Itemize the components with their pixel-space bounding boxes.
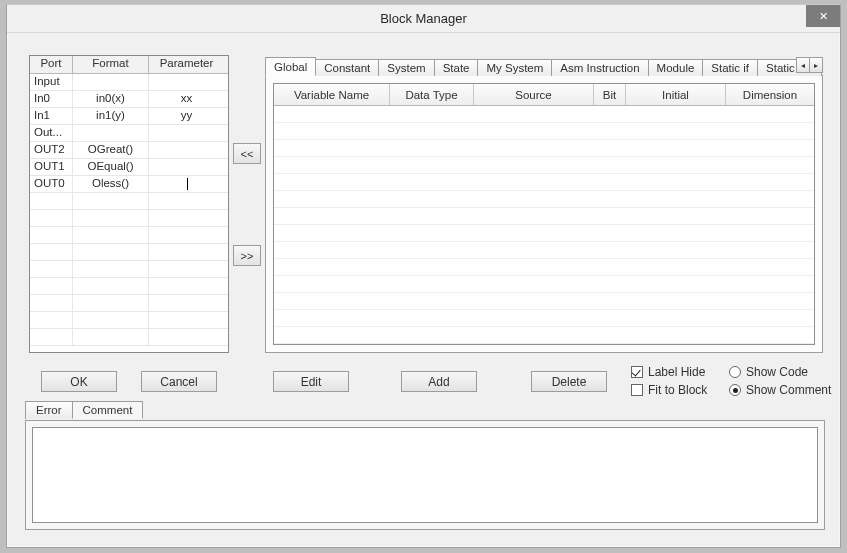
delete-button[interactable]: Delete [531,371,607,392]
port-row[interactable]: Out... [30,125,228,142]
tab-scroll-right[interactable]: ▸ [809,57,823,73]
port-cell-parameter [149,142,224,158]
port-row[interactable]: In0in0(x)xx [30,91,228,108]
port-cell-parameter [149,125,224,141]
close-button[interactable]: ✕ [806,5,840,27]
port-cell-format: OEqual() [73,159,149,175]
port-cell-port: Out... [30,125,73,141]
grid-header-datatype: Data Type [390,84,474,105]
port-row[interactable] [30,244,228,261]
variable-tab[interactable]: Module [648,59,704,76]
port-cell-parameter: xx [149,91,224,107]
port-row[interactable] [30,278,228,295]
options-group: Label Hide Show Code Fit to Block Show C… [631,363,839,399]
variable-grid-header: Variable Name Data Type Source Bit Initi… [274,84,814,106]
fit-to-block-checkbox[interactable]: Fit to Block [631,383,729,397]
port-cell-port: Input [30,74,73,90]
label-hide-checkbox[interactable]: Label Hide [631,365,729,379]
edit-button[interactable]: Edit [273,371,349,392]
grid-header-source: Source [474,84,594,105]
grid-header-bit: Bit [594,84,626,105]
chevron-left-icon: << [241,148,254,160]
variable-tab[interactable]: State [434,59,479,76]
bottom-tab[interactable]: Error [25,401,73,419]
port-cell-port: OUT0 [30,176,73,192]
chevron-right-icon: >> [241,250,254,262]
bottom-tabs: ErrorComment [25,401,142,419]
port-cell-format [73,329,149,345]
text-caret [187,178,188,190]
grid-row [274,191,814,208]
port-cell-port [30,193,73,209]
radio-icon [729,384,741,396]
port-cell-format [73,74,149,90]
variable-tab[interactable]: My System [477,59,552,76]
triangle-left-icon: ◂ [801,61,805,70]
radio-icon [729,366,741,378]
port-cell-format [73,227,149,243]
grid-header-initial: Initial [626,84,726,105]
port-row[interactable]: OUT0Oless() [30,176,228,193]
port-cell-format [73,125,149,141]
tab-scroll-left[interactable]: ◂ [796,57,810,73]
port-cell-parameter [149,159,224,175]
grid-row [274,106,814,123]
port-row[interactable] [30,261,228,278]
port-row[interactable]: In1in1(y)yy [30,108,228,125]
edit-label: Edit [301,375,322,389]
fit-to-block-text: Fit to Block [648,383,707,397]
port-row[interactable]: OUT2OGreat() [30,142,228,159]
port-cell-port: In1 [30,108,73,124]
port-cell-port [30,312,73,328]
grid-row [274,140,814,157]
port-cell-port [30,329,73,345]
variable-grid-body [274,106,814,344]
variable-tab[interactable]: Global [265,57,316,76]
port-row[interactable] [30,193,228,210]
port-row[interactable] [30,329,228,346]
grid-row [274,276,814,293]
port-cell-port [30,295,73,311]
move-right-button[interactable]: >> [233,245,261,266]
window-title: Block Manager [380,11,467,26]
port-row[interactable] [30,210,228,227]
variable-tab[interactable]: Asm Instruction [551,59,648,76]
grid-row [274,123,814,140]
port-cell-format [73,278,149,294]
dialog-body: Port Format Parameter InputIn0in0(x)xxIn… [7,33,840,547]
grid-row [274,327,814,344]
port-cell-parameter [149,295,224,311]
variable-grid-wrap: Variable Name Data Type Source Bit Initi… [265,75,823,353]
port-cell-parameter [149,244,224,260]
grid-row [274,293,814,310]
port-row[interactable]: Input [30,74,228,91]
port-row[interactable] [30,227,228,244]
ok-button[interactable]: OK [41,371,117,392]
variable-tab[interactable]: System [378,59,434,76]
show-code-radio[interactable]: Show Code [729,365,827,379]
variable-tab[interactable]: Constant [315,59,379,76]
add-button[interactable]: Add [401,371,477,392]
block-manager-dialog: Block Manager ✕ Port Format Parameter In… [6,4,841,548]
add-label: Add [428,375,449,389]
cancel-button[interactable]: Cancel [141,371,217,392]
grid-row [274,208,814,225]
grid-row [274,174,814,191]
titlebar: Block Manager ✕ [7,5,840,33]
grid-header-dimension: Dimension [726,84,814,105]
bottom-tab[interactable]: Comment [72,401,144,419]
port-table[interactable]: Port Format Parameter InputIn0in0(x)xxIn… [29,55,229,353]
move-left-button[interactable]: << [233,143,261,164]
variable-grid[interactable]: Variable Name Data Type Source Bit Initi… [273,83,815,345]
port-cell-parameter [149,210,224,226]
port-row[interactable] [30,312,228,329]
port-cell-parameter [149,329,224,345]
show-comment-radio[interactable]: Show Comment [729,383,839,397]
port-cell-format [73,295,149,311]
variable-tab[interactable]: Static if [702,59,758,76]
port-cell-parameter [149,227,224,243]
port-row[interactable]: OUT1OEqual() [30,159,228,176]
port-row[interactable] [30,295,228,312]
comment-textarea[interactable] [32,427,818,523]
variable-pane: GlobalConstantSystemStateMy SystemAsm In… [265,55,823,355]
